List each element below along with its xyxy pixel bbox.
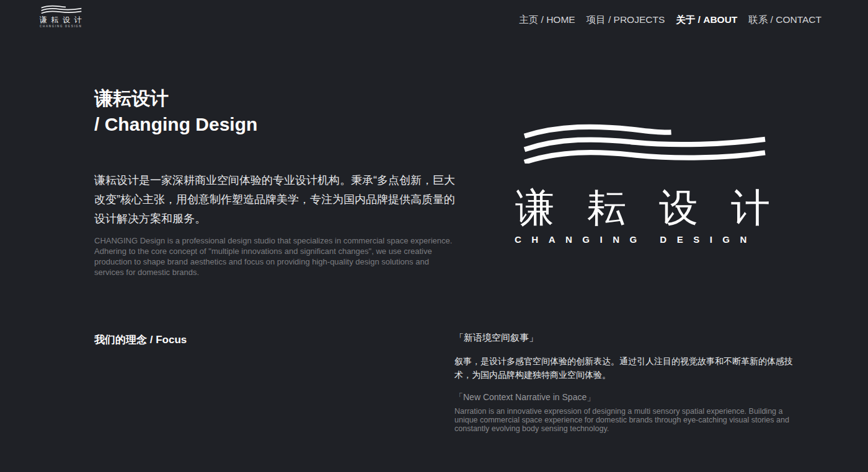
focus-item-title-zh: 「新语境空间叙事」 — [454, 331, 794, 344]
focus-item-body-en: Narration is an innovative expression of… — [454, 407, 794, 434]
focus-section-heading: 我们的理念 / Focus — [94, 333, 187, 347]
nav-item-about[interactable]: 关于 / ABOUT — [676, 14, 737, 26]
brand-logo-name-zh: 谦耘设计 — [515, 187, 771, 228]
focus-item-title-en: 「New Context Narrative in Space」 — [454, 391, 794, 403]
logo-waves-icon — [41, 5, 82, 14]
header-logo-name-en: CHANGING DESIGN — [40, 25, 88, 28]
site-header: 谦耘设计 CHANGING DESIGN 主页 / HOME 项目 / PROJ… — [0, 0, 868, 40]
page-title-en: / Changing Design — [94, 111, 257, 138]
focus-item: 「新语境空间叙事」 叙事，是设计多感官空间体验的创新表达。通过引人注目的视觉故事… — [454, 331, 794, 434]
header-logo-name-zh: 谦耘设计 — [40, 15, 88, 25]
nav-item-home[interactable]: 主页 / HOME — [519, 14, 575, 26]
header-logo[interactable]: 谦耘设计 CHANGING DESIGN — [40, 5, 88, 28]
main-nav: 主页 / HOME 项目 / PROJECTS 关于 / ABOUT 联系 / … — [519, 14, 822, 26]
page-title: 谦耘设计 / Changing Design — [94, 85, 257, 138]
page: 谦耘设计 CHANGING DESIGN 主页 / HOME 项目 / PROJ… — [0, 0, 868, 472]
brand-logo-large: 谦耘设计 CHANGING DESIGN — [514, 123, 771, 245]
nav-item-projects[interactable]: 项目 / PROJECTS — [587, 14, 665, 26]
nav-item-contact[interactable]: 联系 / CONTACT — [748, 14, 822, 26]
focus-item-body-zh: 叙事，是设计多感官空间体验的创新表达。通过引人注目的视觉故事和不断革新的体感技术… — [454, 354, 794, 382]
intro-paragraph-zh: 谦耘设计是一家深耕商业空间体验的专业设计机构。秉承“多点创新，巨大改变”核心主张… — [94, 171, 461, 229]
logo-waves-icon — [522, 123, 768, 164]
brand-logo-name-en: CHANGING DESIGN — [515, 234, 771, 245]
intro-paragraph-en: CHANGING Design is a professional design… — [94, 235, 457, 278]
page-title-zh: 谦耘设计 — [94, 85, 257, 111]
